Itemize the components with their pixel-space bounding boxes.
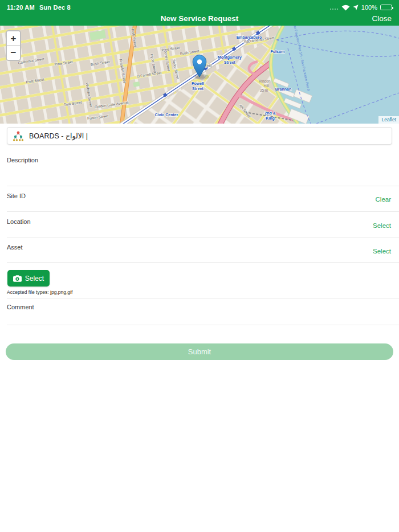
svg-text:Rincon: Rincon (259, 79, 271, 83)
field-label-comment: Comment (7, 304, 34, 310)
site-id-input[interactable] (7, 200, 392, 211)
field-label-site-id: Site ID (7, 193, 26, 199)
asset-select-button[interactable]: Select (373, 248, 391, 255)
wifi-icon (341, 5, 350, 11)
status-time: 11:20 AM (7, 4, 35, 11)
battery-percent: 100% (361, 4, 377, 11)
page-title: New Service Request (0, 14, 399, 23)
svg-text:2nd &: 2nd & (264, 111, 275, 115)
comment-input[interactable] (7, 311, 392, 324)
status-bar: 11:20 AM Sun Dec 8 100% (0, 0, 399, 13)
svg-text:Montgomery: Montgomery (218, 55, 242, 60)
field-label-description: Description (7, 157, 38, 163)
camera-icon (13, 275, 22, 282)
map-zoom-control: + − (6, 30, 21, 61)
photo-select-label: Select (25, 275, 44, 283)
category-label: BOARDS - الالواح | (29, 132, 88, 140)
divider (7, 186, 399, 186)
divider (7, 211, 399, 212)
svg-text:35 m: 35 m (260, 88, 268, 92)
location-icon (353, 5, 359, 10)
zoom-in-button[interactable]: + (7, 31, 20, 46)
map-canvas: Sacramento StreetPine StreetBush StreetC… (0, 26, 399, 124)
svg-text:Street: Street (192, 87, 204, 91)
location-select-button[interactable]: Select (373, 222, 391, 229)
close-button[interactable]: Close (372, 14, 392, 23)
photo-select-button[interactable]: Select (7, 270, 50, 287)
category-card[interactable]: BOARDS - الالواح | (7, 127, 392, 145)
nav-bar: New Service Request Close (0, 13, 399, 26)
map-attribution: Leaflet (378, 116, 399, 124)
screen: 11:20 AM Sun Dec 8 100% New Service Requ (0, 0, 399, 532)
svg-text:King: King (266, 116, 275, 121)
divider (7, 298, 399, 298)
zoom-out-button[interactable]: − (7, 46, 20, 60)
map[interactable]: Sacramento StreetPine StreetBush StreetC… (0, 26, 399, 124)
cellular-icon (329, 5, 339, 10)
svg-text:Hill: Hill (263, 84, 269, 88)
svg-text:Powell: Powell (192, 81, 204, 85)
description-input[interactable] (7, 164, 392, 185)
header: 11:20 AM Sun Dec 8 100% New Service Requ (0, 0, 399, 26)
divider (7, 238, 399, 238)
field-label-location: Location (7, 218, 31, 225)
svg-text:Street: Street (224, 60, 236, 64)
leaflet-link[interactable]: Leaflet (381, 117, 396, 122)
svg-text:Folsom: Folsom (271, 50, 285, 54)
divider (7, 325, 399, 325)
svg-text:Civic Center: Civic Center (155, 113, 178, 117)
field-label-asset: Asset (7, 244, 23, 251)
status-date: Sun Dec 8 (39, 4, 71, 11)
battery-icon (380, 5, 392, 10)
svg-text:Embarcadero: Embarcadero (237, 35, 262, 39)
svg-text:Brannan: Brannan (275, 87, 291, 91)
hierarchy-icon (13, 130, 24, 142)
divider (7, 262, 399, 263)
file-types-hint: Accepted file types: jpg,png,gif (7, 289, 72, 295)
submit-button[interactable]: Submit (6, 343, 393, 360)
